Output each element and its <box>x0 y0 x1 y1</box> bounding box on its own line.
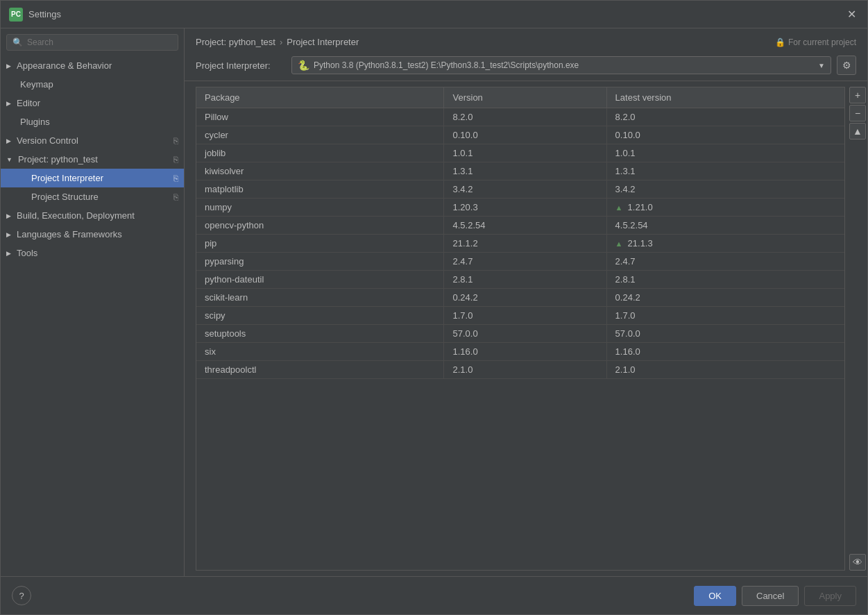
sidebar-item-label: Plugins <box>20 117 50 127</box>
table-row[interactable]: scipy1.7.01.7.0 <box>196 307 844 325</box>
sidebar-item-build[interactable]: ▶ Build, Execution, Deployment <box>1 206 184 225</box>
pkg-name: matplotlib <box>196 180 444 199</box>
arrow-icon: ▼ <box>6 156 12 163</box>
gear-button[interactable]: ⚙ <box>837 56 856 75</box>
col-package: Package <box>196 87 444 108</box>
sidebar-item-label: Languages & Frameworks <box>17 229 122 239</box>
copy-icon: ⎘ <box>173 192 178 202</box>
pkg-name: kiwisolver <box>196 162 444 180</box>
breadcrumb-separator: › <box>280 37 282 47</box>
pkg-latest: ▲ 21.1.3 <box>606 235 844 253</box>
sidebar-item-keymap[interactable]: Keymap <box>1 75 184 94</box>
pkg-name: python-dateutil <box>196 271 444 289</box>
table-row[interactable]: numpy1.20.3▲ 1.21.0 <box>196 199 844 217</box>
pkg-version: 1.16.0 <box>444 343 606 361</box>
table-row[interactable]: cycler0.10.00.10.0 <box>196 126 844 144</box>
sidebar-item-project-structure[interactable]: Project Structure ⎘ <box>1 187 184 206</box>
pkg-latest: 1.7.0 <box>606 307 844 325</box>
ok-button[interactable]: OK <box>694 586 736 606</box>
app-icon: PC <box>9 8 23 22</box>
close-button[interactable]: ✕ <box>844 5 859 24</box>
show-early-releases-button[interactable]: 👁 <box>849 554 866 571</box>
pkg-name: Pillow <box>196 108 444 126</box>
pkg-version: 0.10.0 <box>444 126 606 144</box>
pkg-latest: 8.2.0 <box>606 108 844 126</box>
project-icon: 🔒 <box>775 37 785 47</box>
interpreter-select[interactable]: 🐍 Python 3.8 (Python3.8.1_test2) E:\Pyth… <box>291 56 831 74</box>
footer: ? OK Cancel Apply <box>1 576 867 614</box>
table-row[interactable]: opencv-python4.5.2.544.5.2.54 <box>196 217 844 235</box>
breadcrumb-current: Project Interpreter <box>287 37 359 47</box>
sidebar-item-label: Project Structure <box>31 192 99 202</box>
package-table: Package Version Latest version Pillow8.2… <box>196 87 844 379</box>
pkg-version: 1.3.1 <box>444 162 606 180</box>
add-package-button[interactable]: + <box>849 87 866 103</box>
sidebar-item-label: Project: python_test <box>18 154 98 165</box>
table-row[interactable]: scikit-learn0.24.20.24.2 <box>196 289 844 307</box>
upgrade-badge: ▲ <box>615 203 625 212</box>
table-row[interactable]: six1.16.01.16.0 <box>196 343 844 361</box>
sidebar-item-appearance[interactable]: ▶ Appearance & Behavior <box>1 56 184 75</box>
pkg-name: scikit-learn <box>196 289 444 307</box>
apply-button[interactable]: Apply <box>804 586 856 606</box>
sidebar-item-label: Editor <box>17 98 40 108</box>
arrow-icon: ▶ <box>6 212 11 219</box>
table-row[interactable]: pip21.1.2▲ 21.1.3 <box>196 235 844 253</box>
table-row[interactable]: matplotlib3.4.23.4.2 <box>196 180 844 199</box>
sidebar-item-label: Build, Execution, Deployment <box>17 210 135 221</box>
pkg-version: 2.1.0 <box>444 361 606 379</box>
pkg-name: opencv-python <box>196 217 444 235</box>
table-row[interactable]: Pillow8.2.08.2.0 <box>196 108 844 126</box>
table-wrapper[interactable]: Package Version Latest version Pillow8.2… <box>196 87 845 571</box>
arrow-icon: ▶ <box>6 62 11 69</box>
pkg-name: pyparsing <box>196 253 444 271</box>
search-input[interactable] <box>27 37 172 47</box>
pkg-version: 57.0.0 <box>444 325 606 343</box>
arrow-icon: ▶ <box>6 231 11 238</box>
remove-package-button[interactable]: − <box>849 105 866 121</box>
pkg-latest: 2.4.7 <box>606 253 844 271</box>
table-row[interactable]: python-dateutil2.8.12.8.1 <box>196 271 844 289</box>
scroll-up-button[interactable]: ▲ <box>849 123 866 140</box>
help-button[interactable]: ? <box>12 586 31 605</box>
interpreter-value: Python 3.8 (Python3.8.1_test2) E:\Python… <box>314 60 579 70</box>
title-bar: PC Settings ✕ <box>1 1 867 28</box>
copy-icon: ⎘ <box>173 174 178 183</box>
pkg-version: 1.0.1 <box>444 144 606 162</box>
arrow-icon: ▶ <box>6 250 11 257</box>
pkg-latest: 57.0.0 <box>606 325 844 343</box>
pkg-latest: ▲ 1.21.0 <box>606 199 844 217</box>
interpreter-row: Project Interpreter: 🐍 Python 3.8 (Pytho… <box>196 56 856 75</box>
pkg-latest: 0.10.0 <box>606 126 844 144</box>
sidebar-item-version-control[interactable]: ▶ Version Control ⎘ <box>1 131 184 150</box>
sidebar-item-label: Keymap <box>20 79 53 90</box>
pkg-latest: 4.5.2.54 <box>606 217 844 235</box>
sidebar-item-project[interactable]: ▼ Project: python_test ⎘ <box>1 150 184 169</box>
panel-header: Project: python_test › Project Interpret… <box>185 28 867 81</box>
pkg-name: numpy <box>196 199 444 217</box>
sidebar-item-project-interpreter[interactable]: Project Interpreter ⎘ <box>1 169 184 187</box>
sidebar-item-plugins[interactable]: Plugins <box>1 112 184 131</box>
arrow-icon: ▶ <box>6 137 11 144</box>
pkg-latest: 1.16.0 <box>606 343 844 361</box>
sidebar-item-languages[interactable]: ▶ Languages & Frameworks <box>1 225 184 244</box>
pkg-version: 21.1.2 <box>444 235 606 253</box>
pkg-version: 4.5.2.54 <box>444 217 606 235</box>
table-row[interactable]: pyparsing2.4.72.4.7 <box>196 253 844 271</box>
copy-icon: ⎘ <box>173 136 178 146</box>
sidebar-item-label: Tools <box>17 248 37 258</box>
pkg-version: 2.8.1 <box>444 271 606 289</box>
settings-window: PC Settings ✕ 🔍 ▶ Appearance & Behavior … <box>0 0 868 615</box>
table-row[interactable]: kiwisolver1.3.11.3.1 <box>196 162 844 180</box>
sidebar-item-tools[interactable]: ▶ Tools <box>1 244 184 262</box>
table-row[interactable]: threadpoolctl2.1.02.1.0 <box>196 361 844 379</box>
sidebar-item-editor[interactable]: ▶ Editor <box>1 94 184 112</box>
pkg-latest: 2.1.0 <box>606 361 844 379</box>
search-box[interactable]: 🔍 <box>6 34 178 51</box>
table-row[interactable]: joblib1.0.11.0.1 <box>196 144 844 162</box>
table-container: Package Version Latest version Pillow8.2… <box>196 87 867 571</box>
pkg-version: 1.7.0 <box>444 307 606 325</box>
cancel-button[interactable]: Cancel <box>742 586 799 606</box>
pkg-version: 1.20.3 <box>444 199 606 217</box>
table-row[interactable]: setuptools57.0.057.0.0 <box>196 325 844 343</box>
